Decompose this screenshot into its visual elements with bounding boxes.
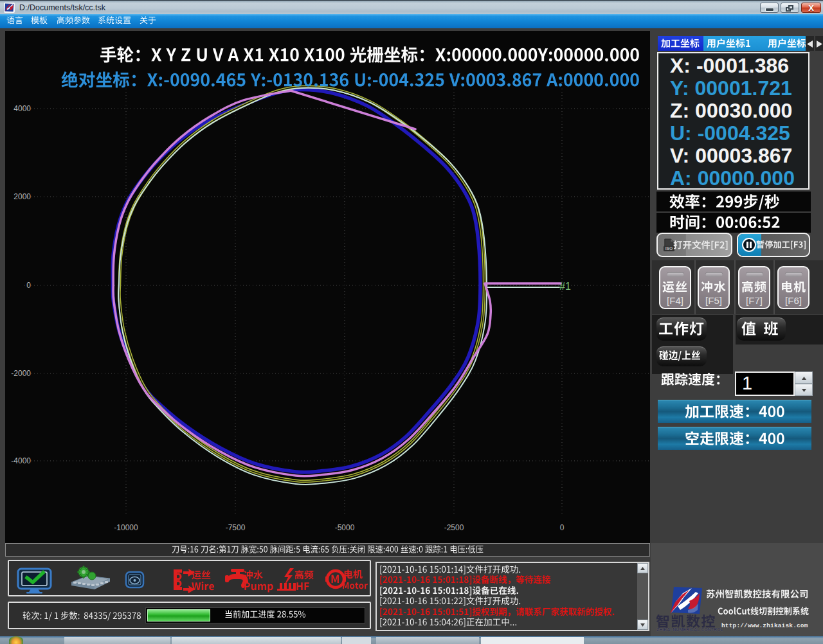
svg-text:ISO: ISO xyxy=(665,246,673,251)
